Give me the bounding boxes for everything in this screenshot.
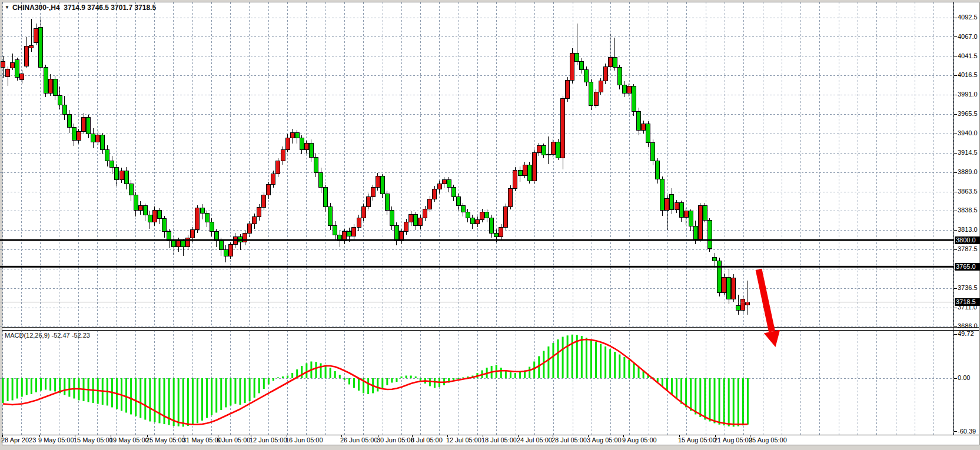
price-level-tag[interactable]: 3718.5 [955,298,980,306]
macd-histogram-bar [135,378,137,416]
candle-bullish [1,62,5,68]
candle-bullish [34,29,38,42]
candle-bullish [262,195,266,208]
candle-bearish [309,144,313,157]
candle-bearish [637,112,641,131]
candle-bullish [281,149,285,161]
macd-histogram-bar [358,378,360,391]
chevron-down-icon[interactable]: ▼ [5,5,9,10]
macd-histogram-bar [305,364,307,378]
macd-histogram-bar [130,378,132,414]
macd-histogram-bar [747,378,749,425]
candle-bearish [58,96,62,105]
macd-histogram-bar [215,378,217,412]
candle-bullish [532,152,536,181]
candle-bullish [352,227,356,236]
macd-histogram-bar [415,376,417,378]
candle-bullish [82,118,86,131]
macd-histogram-bar [339,375,341,378]
chart-window: ▼CHINA300-,H4 3714.9 3746.5 3701.7 3718.… [0,0,980,450]
panel-separator[interactable] [2,327,979,328]
candle-bearish [456,196,460,206]
macd-histogram-bar [315,362,317,378]
candle-bullish [499,227,503,237]
candle-bearish [72,128,76,141]
macd-histogram-bar [21,378,23,396]
candle-bullish [442,180,446,184]
macd-histogram-bar [344,378,346,380]
macd-histogram-bar [519,372,521,378]
price-axis-label: 3965.5 [958,110,978,117]
macd-histogram-bar [158,378,160,423]
macd-histogram-bar [334,371,336,378]
time-axis-label: 9 Aug 05:00 [622,436,657,444]
candle-bearish [319,172,323,188]
candle-bullish [513,170,517,188]
time-axis-label: 16 Jun 05:00 [285,436,323,444]
macd-histogram-bar [543,351,544,378]
candle-bullish [537,146,541,153]
price-level-tag[interactable]: 3800.0 [955,236,980,244]
candle-bullish [304,144,308,149]
price-axis-label: 3991.0 [958,91,978,98]
time-axis-label: 28 Jul 05:00 [552,436,587,444]
candle-bullish [191,229,195,238]
macd-histogram-bar [206,378,208,418]
candle-bullish [228,245,232,256]
macd-histogram-bar [533,362,535,378]
candle-bullish [138,206,142,211]
candle-bullish [25,46,29,66]
macd-histogram-bar [54,378,56,391]
candle-bearish [300,138,304,149]
macd-histogram-bar [562,337,564,378]
price-axis-label: 3813.0 [958,226,978,233]
candle-bullish [267,185,271,195]
candle-bearish [689,211,693,226]
candle-bearish [219,241,223,250]
panel-separator[interactable] [2,330,979,331]
macd-histogram-bar [125,378,127,412]
candle-bearish [110,161,114,167]
macd-histogram-bar [457,378,459,379]
candle-bullish [746,302,750,305]
candle-bearish [385,194,389,210]
price-axis-label: 3838.5 [958,206,978,214]
macd-histogram-bar [586,338,587,378]
candle-bearish [105,149,109,161]
macd-histogram-bar [301,366,303,378]
candle-bullish [627,86,631,94]
candle-bullish [77,131,81,141]
time-axis-label: 25 Aug 05:00 [749,436,787,444]
candle-bearish [295,133,299,138]
candle-bearish [622,85,626,93]
candle-bullish [684,211,688,217]
macd-histogram-bar [178,378,180,426]
candle-bearish [324,188,328,206]
candle-bearish [494,233,499,236]
candle-bearish [584,70,589,82]
candle-bearish [646,124,650,142]
candle-bullish [603,66,607,81]
candle-bullish [290,133,294,138]
macd-histogram-bar [211,378,212,415]
macd-histogram-bar [240,378,241,405]
horizontal-level-line[interactable] [0,239,954,241]
macd-histogram-bar [31,378,32,394]
horizontal-level-line[interactable] [0,266,954,268]
candle-bullish [480,212,484,219]
candle-bullish [433,189,437,199]
candle-bearish [651,143,655,161]
candle-bullish [732,278,736,299]
candle-bearish [328,206,333,225]
macd-histogram-bar [685,378,687,407]
symbol-timeframe-label: CHINA300-,H4 [12,4,60,12]
candle-bullish [675,203,679,210]
price-level-tag[interactable]: 3765.0 [955,263,980,271]
ohlc-values: 3714.9 3746.5 3701.7 3718.5 [64,4,156,12]
chart-canvas[interactable] [0,0,980,450]
macd-histogram-bar [12,378,14,400]
candle-bearish [527,165,531,181]
candle-bearish [670,195,674,210]
macd-histogram-bar [699,378,701,417]
price-axis-label: 3863.5 [958,188,978,195]
